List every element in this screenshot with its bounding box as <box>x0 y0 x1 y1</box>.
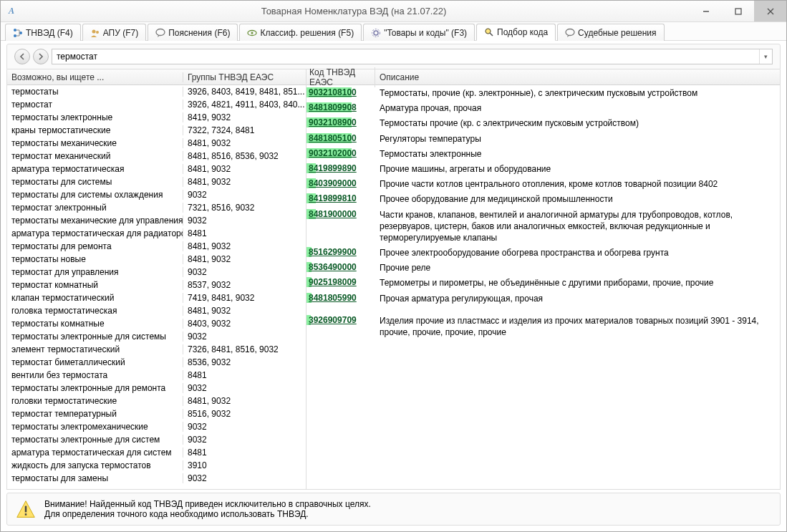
code-link[interactable]: 3926909709 <box>306 314 359 326</box>
result-row[interactable]: 9032108100Термостаты, прочие (кр. электр… <box>306 85 780 100</box>
tree-icon <box>13 28 23 38</box>
suggestion-row[interactable]: термостаты электронные для ремонта9032 <box>7 382 306 395</box>
code-link[interactable]: 8516299900 <box>306 246 359 258</box>
maximize-button[interactable] <box>722 1 754 21</box>
result-description: Термостаты, прочие (кр. электронные), с … <box>375 86 780 100</box>
suggestions-header-term[interactable]: Возможно, вы ищете ... <box>7 72 183 82</box>
result-row[interactable]: 8403909000Прочие части котлов центрально… <box>306 176 780 191</box>
suggestion-row[interactable]: элемент термостатический7326, 8481, 8516… <box>7 343 306 356</box>
suggestion-row[interactable]: арматура термостатическая8481, 9032 <box>7 163 306 175</box>
result-row[interactable]: 8536490000Прочие реле <box>306 260 780 275</box>
suggestion-row[interactable]: арматура термостатическая для систем8481 <box>7 446 306 459</box>
result-row[interactable]: 8516299900Прочее электрооборудование обо… <box>306 245 780 260</box>
code-link[interactable]: 8403909000 <box>306 178 359 189</box>
tab-2[interactable]: Пояснения (F6) <box>148 24 238 41</box>
suggestion-row[interactable]: термостаты электромеханические9032 <box>7 420 306 433</box>
suggestion-groups: 8403, 9032 <box>183 319 306 329</box>
suggestion-row[interactable]: термостаты3926, 8403, 8419, 8481, 851... <box>7 85 306 98</box>
result-row[interactable]: 9032108900Термостаты прочие (кр. с элект… <box>306 115 780 130</box>
suggestion-row[interactable]: термостат для управления9032 <box>7 266 306 279</box>
code-link[interactable]: 9032102000 <box>306 147 359 159</box>
tab-5[interactable]: Подбор кода <box>476 24 556 41</box>
result-row[interactable]: 8481809908Арматура прочая, прочая <box>306 100 780 115</box>
back-button[interactable] <box>14 49 30 64</box>
suggestion-row[interactable]: термостаты для системы8481, 9032 <box>7 175 306 188</box>
suggestion-row[interactable]: термостаты для замены9032 <box>7 472 306 485</box>
tab-6[interactable]: Судебные решения <box>557 24 664 41</box>
close-button[interactable] <box>754 1 786 21</box>
result-code-cell: 9032108100 <box>306 86 375 100</box>
suggestion-term: термостат электронный <box>7 203 183 213</box>
results-body[interactable]: 9032108100Термостаты, прочие (кр. электр… <box>306 85 780 489</box>
code-link[interactable]: 8481900000 <box>306 208 359 220</box>
svg-rect-1 <box>735 9 741 14</box>
suggestion-row[interactable]: термостат3926, 4821, 4911, 8403, 840... <box>7 98 306 111</box>
code-link[interactable]: 9032108100 <box>306 87 359 98</box>
result-row[interactable]: 9025198009Термометры и пирометры, не объ… <box>306 275 780 290</box>
code-link[interactable]: 9025198009 <box>306 276 359 288</box>
result-row[interactable]: 8481805990Прочая арматура регулирующая, … <box>306 291 780 306</box>
result-row[interactable]: 8419899810Прочее оборудование для медици… <box>306 191 780 206</box>
suggestions-header-groups[interactable]: Группы ТНВЭД ЕАЭС <box>183 72 306 82</box>
suggestion-term: арматура термостатическая <box>7 164 183 174</box>
result-row[interactable]: 8419899890Прочие машины, агрегаты и обор… <box>306 161 780 176</box>
suggestion-row[interactable]: термостаты электронные8419, 9032 <box>7 111 306 124</box>
suggestions-pane: Возможно, вы ищете ... Группы ТНВЭД ЕАЭС… <box>7 69 306 489</box>
suggestion-row[interactable]: термостаты комнатные8403, 9032 <box>7 317 306 330</box>
tab-0[interactable]: ТНВЭД (F4) <box>5 24 81 41</box>
code-link[interactable]: 8481809908 <box>306 102 359 113</box>
code-link[interactable]: 8481805100 <box>306 132 359 144</box>
suggestion-row[interactable]: клапан термостатический7419, 8481, 9032 <box>7 291 306 304</box>
results-header-desc[interactable]: Описание <box>375 72 780 82</box>
search-field-wrap: ▾ <box>52 49 773 64</box>
search-dropdown-button[interactable]: ▾ <box>759 49 772 64</box>
result-row[interactable]: 3926909709Изделия прочие из пластмасс и … <box>306 313 780 339</box>
search-input[interactable] <box>52 49 759 64</box>
suggestion-row[interactable]: термостат температурный8516, 9032 <box>7 407 306 420</box>
suggestion-row[interactable]: краны термостатические7322, 7324, 8481 <box>7 124 306 137</box>
suggestion-row[interactable]: головка термостатическая8481, 9032 <box>7 304 306 317</box>
result-code-cell: 8481900000 <box>306 208 375 246</box>
svg-point-8 <box>96 31 99 34</box>
svg-point-6 <box>19 32 22 34</box>
suggestion-row[interactable]: термостаты для ремонта8481, 9032 <box>7 240 306 253</box>
suggestion-row[interactable]: термостаты механические для управления90… <box>7 214 306 227</box>
suggestion-groups: 8516, 9032 <box>183 409 306 419</box>
results-header-code[interactable]: Код ТНВЭД ЕАЭС <box>306 67 375 87</box>
suggestion-row[interactable]: термостаты механические8481, 9032 <box>7 137 306 150</box>
suggestion-row[interactable]: термостат электронный7321, 8516, 9032 <box>7 201 306 214</box>
suggestion-term: термостаты электронные для системы <box>7 332 183 342</box>
suggestion-row[interactable]: термостат биметаллический8536, 9032 <box>7 356 306 369</box>
result-row[interactable]: 9032102000Термостаты электронные <box>306 146 780 161</box>
suggestion-groups: 7321, 8516, 9032 <box>183 203 306 213</box>
titlebar: A Товарная Номенклатура ВЭД (на 21.07.22… <box>1 1 786 22</box>
suggestion-row[interactable]: вентили без термостата8481 <box>7 369 306 382</box>
suggestion-row[interactable]: жидкость для запуска термостатов3910 <box>7 459 306 472</box>
code-link[interactable]: 8481805990 <box>306 292 359 304</box>
tab-3[interactable]: Классиф. решения (F5) <box>239 24 362 41</box>
tab-1[interactable]: АПУ (F7) <box>82 24 146 41</box>
suggestion-row[interactable]: термостат механический8481, 8516, 8536, … <box>7 150 306 163</box>
code-link[interactable]: 8419899810 <box>306 193 359 204</box>
suggestion-row[interactable]: термостаты новые8481, 9032 <box>7 253 306 266</box>
tab-4[interactable]: "Товары и коды" (F3) <box>363 24 475 41</box>
suggestion-term: термостаты механические <box>7 138 183 148</box>
suggestion-row[interactable]: термостат комнатный8537, 9032 <box>7 279 306 291</box>
forward-button[interactable] <box>33 49 49 64</box>
result-code-cell: 9032102000 <box>306 147 375 161</box>
suggestion-row[interactable]: термостаты электронные для систем9032 <box>7 433 306 446</box>
result-row[interactable]: 8481805100Регуляторы температуры <box>306 131 780 146</box>
code-link[interactable]: 9032108900 <box>306 117 359 128</box>
suggestion-row[interactable]: термостаты для системы охлаждения9032 <box>7 188 306 201</box>
suggestion-row[interactable]: термостаты электронные для системы9032 <box>7 330 306 343</box>
suggestions-body[interactable]: термостаты3926, 8403, 8419, 8481, 851...… <box>7 85 306 489</box>
code-link[interactable]: 8536490000 <box>306 261 359 273</box>
suggestion-row[interactable]: арматура термостатическая для радиаторов… <box>7 227 306 240</box>
result-code-cell: 8516299900 <box>306 246 375 260</box>
code-link[interactable]: 8419899890 <box>306 163 359 174</box>
svg-rect-20 <box>25 513 26 516</box>
minimize-button[interactable] <box>690 1 722 21</box>
suggestion-groups: 8481, 9032 <box>183 396 306 406</box>
result-row[interactable]: 8481900000Части кранов, клапанов, вентил… <box>306 207 780 246</box>
suggestion-row[interactable]: головки термостатические8481, 9032 <box>7 395 306 407</box>
